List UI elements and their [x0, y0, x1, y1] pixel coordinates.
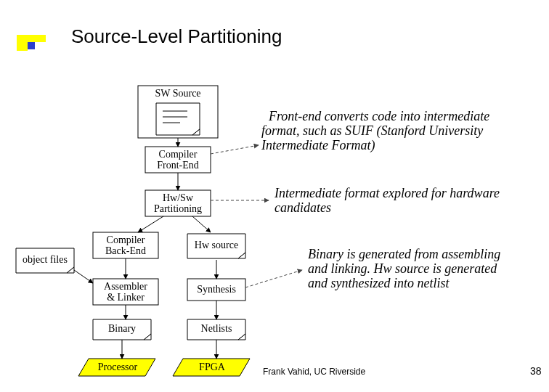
- sw-source-node: SW Source: [138, 86, 218, 138]
- slide-title: Source-Level Partitioning: [71, 25, 282, 47]
- svg-text:Compiler: Compiler: [159, 149, 198, 160]
- netlists-node: Netlists: [187, 319, 245, 340]
- arrow: [74, 270, 93, 283]
- binary-node: Binary: [93, 319, 151, 340]
- svg-text:Synthesis: Synthesis: [197, 284, 236, 295]
- svg-text:Compiler: Compiler: [107, 234, 145, 245]
- callout-arrow: [211, 145, 259, 154]
- svg-text:FPGA: FPGA: [199, 362, 226, 372]
- note-front-end: Front-end converts code into intermediat…: [261, 109, 489, 153]
- svg-text:Partitioning: Partitioning: [154, 203, 202, 214]
- svg-text:Binary: Binary: [108, 323, 136, 334]
- svg-text:& Linker: & Linker: [107, 292, 145, 303]
- note-binary: Binary is generated from assemblingand l…: [308, 247, 500, 290]
- hwsw-partitioning-node: Hw/Sw Partitioning: [145, 190, 211, 216]
- credit-line: Frank Vahid, UC Riverside: [263, 367, 365, 377]
- svg-text:SW Source: SW Source: [155, 88, 200, 99]
- svg-text:Processor: Processor: [98, 362, 138, 372]
- note-intermediate: Intermediate format explored for hardwar…: [274, 186, 500, 215]
- compiler-front-end-node: Compiler Front-End: [145, 147, 211, 173]
- hw-source-node: Hw source: [187, 234, 245, 258]
- svg-text:Hw source: Hw source: [195, 240, 238, 250]
- arrow: [138, 216, 163, 232]
- synthesis-node: Synthesis: [187, 279, 245, 301]
- arrow: [192, 216, 211, 232]
- callout-arrow: [245, 270, 302, 287]
- svg-rect-2: [28, 42, 35, 49]
- svg-text:object files: object files: [23, 254, 68, 265]
- page-number: 38: [530, 365, 542, 377]
- title-bullet: [17, 35, 57, 58]
- assembler-linker-node: Assembler & Linker: [93, 279, 158, 305]
- fpga-node: FPGA: [173, 359, 250, 376]
- svg-text:Front-End: Front-End: [157, 160, 199, 171]
- object-files-node: object files: [16, 248, 74, 273]
- svg-text:Netlists: Netlists: [201, 323, 232, 334]
- compiler-back-end-node: Compiler Back-End: [93, 232, 158, 258]
- svg-text:Assembler: Assembler: [104, 281, 147, 292]
- svg-text:Back-End: Back-End: [105, 245, 146, 256]
- processor-node: Processor: [78, 359, 155, 376]
- svg-text:Hw/Sw: Hw/Sw: [163, 192, 194, 203]
